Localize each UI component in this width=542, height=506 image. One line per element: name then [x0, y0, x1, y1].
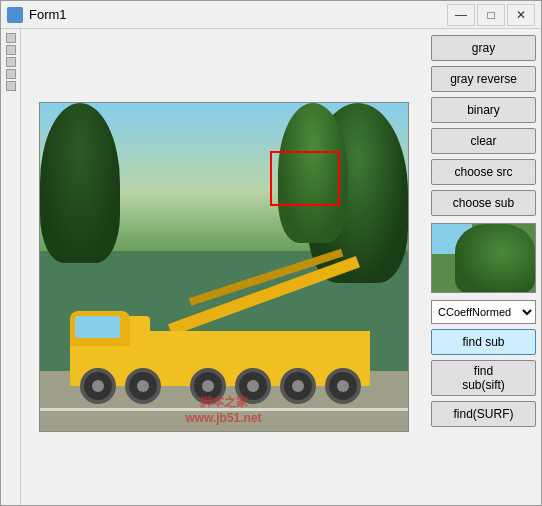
method-dropdown[interactable]: CCoeffNormed SqDiff CCorr	[431, 300, 536, 324]
content-area: 脚本之家 www.jb51.net gray gray reverse bina…	[1, 29, 541, 505]
maximize-button[interactable]: □	[477, 4, 505, 26]
gray-button[interactable]: gray	[431, 35, 536, 61]
window-controls: — □ ✕	[447, 4, 535, 26]
gray-reverse-button[interactable]: gray reverse	[431, 66, 536, 92]
find-sub-sift-button[interactable]: find sub(sift)	[431, 360, 536, 396]
close-button[interactable]: ✕	[507, 4, 535, 26]
main-window: Form1 — □ ✕	[0, 0, 542, 506]
tree-left	[40, 103, 120, 263]
title-bar: Form1 — □ ✕	[1, 1, 541, 29]
choose-src-button[interactable]: choose src	[431, 159, 536, 185]
wheel	[325, 368, 361, 404]
truck-window	[75, 316, 120, 338]
wheel	[235, 368, 271, 404]
tool-item[interactable]	[6, 45, 16, 55]
truck-cab-top	[70, 311, 130, 346]
tool-item[interactable]	[6, 81, 16, 91]
image-panel: 脚本之家 www.jb51.net	[21, 29, 426, 505]
crane-truck	[70, 256, 370, 386]
road-line	[40, 408, 408, 411]
window-title: Form1	[29, 7, 447, 22]
left-tool-panel	[1, 29, 21, 505]
thumb-tree	[455, 224, 535, 293]
find-surf-button[interactable]: find(SURF)	[431, 401, 536, 427]
app-icon	[7, 7, 23, 23]
wheel	[280, 368, 316, 404]
find-sub-button[interactable]: find sub	[431, 329, 536, 355]
tool-item[interactable]	[6, 33, 16, 43]
sub-image-thumbnail	[431, 223, 536, 293]
wheel	[125, 368, 161, 404]
clear-button[interactable]: clear	[431, 128, 536, 154]
selection-rectangle	[270, 151, 340, 206]
tool-item[interactable]	[6, 57, 16, 67]
binary-button[interactable]: binary	[431, 97, 536, 123]
minimize-button[interactable]: —	[447, 4, 475, 26]
wheel	[190, 368, 226, 404]
tool-item[interactable]	[6, 69, 16, 79]
main-image: 脚本之家 www.jb51.net	[39, 102, 409, 432]
wheel	[80, 368, 116, 404]
choose-sub-button[interactable]: choose sub	[431, 190, 536, 216]
method-dropdown-row: CCoeffNormed SqDiff CCorr	[431, 300, 536, 324]
right-panel: gray gray reverse binary clear choose sr…	[426, 29, 541, 505]
